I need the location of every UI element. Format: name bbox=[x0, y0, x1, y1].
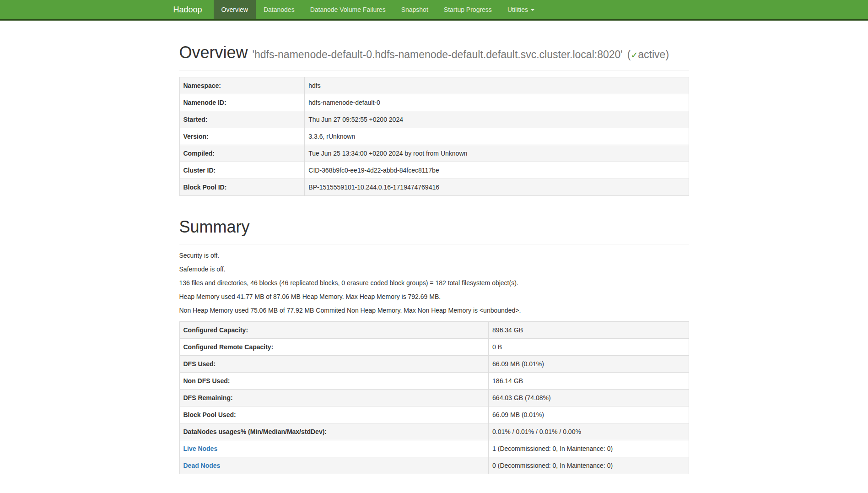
table-row: Block Pool Used: 66.09 MB (0.01%) bbox=[179, 406, 689, 423]
row-value: CID-368b9fc0-ee19-4d22-abbd-84fcec8117be bbox=[305, 162, 689, 179]
table-row: Live Nodes 1 (Decommissioned: 0, In Main… bbox=[179, 440, 689, 457]
table-row: Block Pool ID: BP-1515559101-10.244.0.16… bbox=[179, 179, 689, 195]
row-value: 3.3.6, rUnknown bbox=[305, 128, 689, 145]
table-row: Version: 3.3.6, rUnknown bbox=[179, 128, 689, 145]
status-label: active) bbox=[638, 49, 669, 60]
row-value: Thu Jun 27 09:52:55 +0200 2024 bbox=[305, 111, 689, 128]
nav-item-snapshot[interactable]: Snapshot bbox=[394, 0, 436, 19]
nav-item-overview[interactable]: Overview bbox=[214, 0, 256, 19]
row-label: Configured Capacity: bbox=[179, 322, 489, 339]
row-label: Block Pool Used: bbox=[179, 406, 489, 423]
row-value: 0.01% / 0.01% / 0.01% / 0.00% bbox=[489, 423, 689, 440]
row-value: 186.14 GB bbox=[489, 373, 689, 390]
table-row: Started: Thu Jun 27 09:52:55 +0200 2024 bbox=[179, 111, 689, 128]
table-row: Configured Capacity: 896.34 GB bbox=[179, 322, 689, 339]
row-value: 1 (Decommissioned: 0, In Maintenance: 0) bbox=[489, 440, 689, 457]
nav-item-utilities-label: Utilities bbox=[507, 6, 528, 13]
table-row: DFS Used: 66.09 MB (0.01%) bbox=[179, 356, 689, 373]
row-label: Started: bbox=[179, 111, 305, 128]
page-title-text: Overview bbox=[179, 43, 248, 62]
overview-header: Overview 'hdfs-namenode-default-0.hdfs-n… bbox=[179, 42, 689, 70]
nav-item-datanodes-label: Datanodes bbox=[264, 6, 295, 13]
namenode-info-table: Namespace: hdfs Namenode ID: hdfs-nameno… bbox=[179, 77, 689, 196]
navbar-tabs: Overview Datanodes Datanode Volume Failu… bbox=[214, 0, 542, 19]
nav-item-datanode-volume-failures-label: Datanode Volume Failures bbox=[310, 6, 386, 13]
row-label: DFS Used: bbox=[179, 356, 489, 373]
row-value: 0 (Decommissioned: 0, In Maintenance: 0) bbox=[489, 457, 689, 474]
navbar-brand[interactable]: Hadoop bbox=[167, 0, 209, 19]
filesystem-objects-text: 136 files and directories, 46 blocks (46… bbox=[179, 278, 689, 287]
security-status-text: Security is off. bbox=[179, 251, 689, 260]
row-label: Live Nodes bbox=[179, 440, 489, 457]
row-value: BP-1515559101-10.244.0.16-1719474769416 bbox=[305, 179, 689, 195]
row-label: Non DFS Used: bbox=[179, 373, 489, 390]
nav-item-utilities[interactable]: Utilities bbox=[500, 0, 542, 19]
summary-table: Configured Capacity: 896.34 GB Configure… bbox=[179, 321, 689, 474]
navbar-container: Hadoop Overview Datanodes Datanode Volum… bbox=[179, 0, 689, 19]
main-content: Overview 'hdfs-namenode-default-0.hdfs-n… bbox=[179, 42, 689, 474]
row-label: Dead Nodes bbox=[179, 457, 489, 474]
table-row: Non DFS Used: 186.14 GB bbox=[179, 373, 689, 390]
row-value: hdfs-namenode-default-0 bbox=[305, 94, 689, 111]
table-row: Compiled: Tue Jun 25 13:34:00 +0200 2024… bbox=[179, 145, 689, 162]
row-value: 896.34 GB bbox=[489, 322, 689, 339]
nav-item-startup-progress[interactable]: Startup Progress bbox=[436, 0, 500, 19]
row-label: Compiled: bbox=[179, 145, 305, 162]
namenode-status: (✓active) bbox=[627, 49, 669, 60]
row-label: DataNodes usages% (Min/Median/Max/stdDev… bbox=[179, 423, 489, 440]
check-icon: ✓ bbox=[631, 50, 638, 60]
row-value: 664.03 GB (74.08%) bbox=[489, 390, 689, 406]
table-row: Cluster ID: CID-368b9fc0-ee19-4d22-abbd-… bbox=[179, 162, 689, 179]
safemode-status-text: Safemode is off. bbox=[179, 265, 689, 274]
row-value: 66.09 MB (0.01%) bbox=[489, 356, 689, 373]
table-row: Namespace: hdfs bbox=[179, 77, 689, 94]
summary-paragraphs: Security is off. Safemode is off. 136 fi… bbox=[179, 251, 689, 315]
row-value: 66.09 MB (0.01%) bbox=[489, 406, 689, 423]
live-nodes-link[interactable]: Live Nodes bbox=[183, 445, 218, 452]
non-heap-memory-text: Non Heap Memory used 75.06 MB of 77.92 M… bbox=[179, 306, 689, 315]
navbar: Hadoop Overview Datanodes Datanode Volum… bbox=[0, 0, 868, 21]
nav-item-datanode-volume-failures[interactable]: Datanode Volume Failures bbox=[302, 0, 394, 19]
dead-nodes-link[interactable]: Dead Nodes bbox=[183, 462, 221, 469]
row-label: Cluster ID: bbox=[179, 162, 305, 179]
row-value: hdfs bbox=[305, 77, 689, 94]
nav-item-datanodes[interactable]: Datanodes bbox=[256, 0, 302, 19]
row-value: 0 B bbox=[489, 339, 689, 356]
nav-item-startup-progress-label: Startup Progress bbox=[444, 6, 492, 13]
nav-item-snapshot-label: Snapshot bbox=[401, 6, 428, 13]
heap-memory-text: Heap Memory used 41.77 MB of 87.06 MB He… bbox=[179, 292, 689, 301]
table-row: DFS Remaining: 664.03 GB (74.08%) bbox=[179, 390, 689, 406]
summary-header: Summary bbox=[179, 216, 689, 245]
nav-item-overview-label: Overview bbox=[221, 6, 248, 13]
row-label: Namespace: bbox=[179, 77, 305, 94]
row-label: DFS Remaining: bbox=[179, 390, 489, 406]
table-row: DataNodes usages% (Min/Median/Max/stdDev… bbox=[179, 423, 689, 440]
caret-down-icon bbox=[531, 9, 534, 11]
row-label: Configured Remote Capacity: bbox=[179, 339, 489, 356]
summary-title: Summary bbox=[179, 216, 689, 238]
table-row: Configured Remote Capacity: 0 B bbox=[179, 339, 689, 356]
row-label: Block Pool ID: bbox=[179, 179, 305, 195]
table-row: Dead Nodes 0 (Decommissioned: 0, In Main… bbox=[179, 457, 689, 474]
namenode-address: 'hdfs-namenode-default-0.hdfs-namenode-d… bbox=[253, 49, 623, 60]
table-row: Namenode ID: hdfs-namenode-default-0 bbox=[179, 94, 689, 111]
row-value: Tue Jun 25 13:34:00 +0200 2024 by root f… bbox=[305, 145, 689, 162]
row-label: Version: bbox=[179, 128, 305, 145]
page-title: Overview 'hdfs-namenode-default-0.hdfs-n… bbox=[179, 42, 689, 64]
row-label: Namenode ID: bbox=[179, 94, 305, 111]
